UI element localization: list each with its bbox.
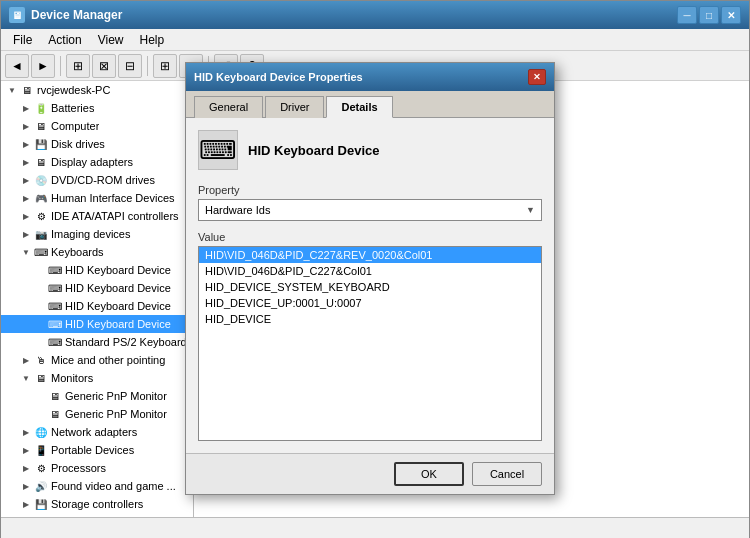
expand-mice[interactable]: ▶ bbox=[19, 353, 33, 367]
value-item-0[interactable]: HID\VID_046D&PID_C227&REV_0020&Col01 bbox=[199, 247, 541, 263]
value-item-3[interactable]: HID_DEVICE_UP:0001_U:0007 bbox=[199, 295, 541, 311]
hid-kbd-icon-1: ⌨ bbox=[47, 262, 63, 278]
tree-item-hid-kbd-3[interactable]: ⌨ HID Keyboard Device bbox=[1, 297, 193, 315]
tree-root[interactable]: ▼ 🖥 rvcjewdesk-PC bbox=[1, 81, 193, 99]
batteries-icon: 🔋 bbox=[33, 100, 49, 116]
dm-maximize-button[interactable]: □ bbox=[699, 6, 719, 24]
expand-pnp-2 bbox=[33, 407, 47, 421]
value-item-4[interactable]: HID_DEVICE bbox=[199, 311, 541, 327]
tree-item-portable[interactable]: ▶ 📱 Portable Devices bbox=[1, 441, 193, 459]
tree-item-pnp-1-label: Generic PnP Monitor bbox=[65, 390, 167, 402]
tree-item-storage-label: Storage controllers bbox=[51, 498, 143, 510]
forward-button[interactable]: ► bbox=[31, 54, 55, 78]
sound-icon: 🔊 bbox=[33, 478, 49, 494]
hid-properties-dialog: HID Keyboard Device Properties ✕ General… bbox=[185, 62, 555, 495]
expand-display[interactable]: ▶ bbox=[19, 155, 33, 169]
menu-view[interactable]: View bbox=[90, 31, 132, 49]
tab-driver[interactable]: Driver bbox=[265, 96, 324, 118]
tree-item-sound[interactable]: ▶ 🔊 Found video and game ... bbox=[1, 477, 193, 495]
dialog-body: ⌨ HID Keyboard Device Property Hardware … bbox=[186, 118, 554, 453]
expand-dvd[interactable]: ▶ bbox=[19, 173, 33, 187]
dropdown-arrow-icon: ▼ bbox=[526, 205, 535, 215]
expand-processors[interactable]: ▶ bbox=[19, 461, 33, 475]
device-name: HID Keyboard Device bbox=[248, 143, 380, 158]
device-tree[interactable]: ▼ 🖥 rvcjewdesk-PC ▶ 🔋 Batteries ▶ 🖥 Comp… bbox=[1, 81, 194, 517]
tree-root-label: rvcjewdesk-PC bbox=[37, 84, 110, 96]
expand-portable[interactable]: ▶ bbox=[19, 443, 33, 457]
tree-item-sound-label: Found video and game ... bbox=[51, 480, 176, 492]
property-dropdown[interactable]: Hardware Ids ▼ bbox=[198, 199, 542, 221]
expand-imaging[interactable]: ▶ bbox=[19, 227, 33, 241]
tree-item-hid-kbd-1-label: HID Keyboard Device bbox=[65, 264, 171, 276]
value-list[interactable]: HID\VID_046D&PID_C227&REV_0020&Col01 HID… bbox=[198, 246, 542, 441]
tree-item-pnp-2[interactable]: 🖥 Generic PnP Monitor bbox=[1, 405, 193, 423]
expand-monitors[interactable]: ▼ bbox=[19, 371, 33, 385]
expand-batteries[interactable]: ▶ bbox=[19, 101, 33, 115]
tree-item-computer[interactable]: ▶ 🖥 Computer bbox=[1, 117, 193, 135]
tree-item-monitors[interactable]: ▼ 🖥 Monitors bbox=[1, 369, 193, 387]
storage-icon: 💾 bbox=[33, 496, 49, 512]
tree-item-system[interactable]: ▶ ⚙ System devices bbox=[1, 513, 193, 517]
tree-item-ps2-kbd[interactable]: ⌨ Standard PS/2 Keyboard bbox=[1, 333, 193, 351]
tree-item-imaging[interactable]: ▶ 📷 Imaging devices bbox=[1, 225, 193, 243]
tree-item-hid-kbd-2[interactable]: ⌨ HID Keyboard Device bbox=[1, 279, 193, 297]
tree-item-display[interactable]: ▶ 🖥 Display adapters bbox=[1, 153, 193, 171]
tree-item-diskdrives-label: Disk drives bbox=[51, 138, 105, 150]
toolbar-btn-2[interactable]: ⊠ bbox=[92, 54, 116, 78]
toolbar-btn-4[interactable]: ⊞ bbox=[153, 54, 177, 78]
tree-item-storage[interactable]: ▶ 💾 Storage controllers bbox=[1, 495, 193, 513]
menu-help[interactable]: Help bbox=[132, 31, 173, 49]
expand-hid-kbd-1 bbox=[33, 263, 47, 277]
keyboard-icon: ⌨ bbox=[199, 135, 237, 166]
dm-titlebar-icon: 🖥 bbox=[9, 7, 25, 23]
expand-computer[interactable]: ▶ bbox=[19, 119, 33, 133]
tree-item-processors[interactable]: ▶ ⚙ Processors bbox=[1, 459, 193, 477]
tree-item-mice[interactable]: ▶ 🖱 Mice and other pointing bbox=[1, 351, 193, 369]
computer-node-icon: 🖥 bbox=[33, 118, 49, 134]
cancel-button[interactable]: Cancel bbox=[472, 462, 542, 486]
expand-keyboards[interactable]: ▼ bbox=[19, 245, 33, 259]
value-item-2[interactable]: HID_DEVICE_SYSTEM_KEYBOARD bbox=[199, 279, 541, 295]
tree-item-dvd[interactable]: ▶ 💿 DVD/CD-ROM drives bbox=[1, 171, 193, 189]
value-item-1[interactable]: HID\VID_046D&PID_C227&Col01 bbox=[199, 263, 541, 279]
dm-close-button[interactable]: ✕ bbox=[721, 6, 741, 24]
menu-file[interactable]: File bbox=[5, 31, 40, 49]
tree-item-hid-kbd-1[interactable]: ⌨ HID Keyboard Device bbox=[1, 261, 193, 279]
tree-item-hid-kbd-4[interactable]: ⌨ HID Keyboard Device bbox=[1, 315, 193, 333]
mice-icon: 🖱 bbox=[33, 352, 49, 368]
expand-hid-kbd-3 bbox=[33, 299, 47, 313]
tree-item-hid-kbd-4-label: HID Keyboard Device bbox=[65, 318, 171, 330]
expand-ide[interactable]: ▶ bbox=[19, 209, 33, 223]
expand-root[interactable]: ▼ bbox=[5, 83, 19, 97]
hid-dialog-titlebar: HID Keyboard Device Properties ✕ bbox=[186, 63, 554, 91]
expand-sound[interactable]: ▶ bbox=[19, 479, 33, 493]
tree-item-keyboards[interactable]: ▼ ⌨ Keyboards bbox=[1, 243, 193, 261]
tree-item-hid[interactable]: ▶ 🎮 Human Interface Devices bbox=[1, 189, 193, 207]
tree-item-imaging-label: Imaging devices bbox=[51, 228, 131, 240]
dm-minimize-button[interactable]: ─ bbox=[677, 6, 697, 24]
toolbar-btn-3[interactable]: ⊟ bbox=[118, 54, 142, 78]
back-button[interactable]: ◄ bbox=[5, 54, 29, 78]
menu-action[interactable]: Action bbox=[40, 31, 89, 49]
hid-dialog-close-button[interactable]: ✕ bbox=[528, 69, 546, 85]
tree-item-batteries[interactable]: ▶ 🔋 Batteries bbox=[1, 99, 193, 117]
desktop-background: 🖥 Device Manager ─ □ ✕ File Action View … bbox=[0, 0, 750, 538]
diskdrives-icon: 💾 bbox=[33, 136, 49, 152]
tree-item-pnp-1[interactable]: 🖥 Generic PnP Monitor bbox=[1, 387, 193, 405]
tree-item-processors-label: Processors bbox=[51, 462, 106, 474]
expand-system[interactable]: ▶ bbox=[19, 515, 33, 517]
tree-item-ide[interactable]: ▶ ⚙ IDE ATA/ATAPI controllers bbox=[1, 207, 193, 225]
expand-hid[interactable]: ▶ bbox=[19, 191, 33, 205]
toolbar-btn-1[interactable]: ⊞ bbox=[66, 54, 90, 78]
tab-details[interactable]: Details bbox=[326, 96, 392, 118]
tree-item-system-label: System devices bbox=[51, 516, 128, 517]
hid-kbd-icon-2: ⌨ bbox=[47, 280, 63, 296]
tree-item-network[interactable]: ▶ 🌐 Network adapters bbox=[1, 423, 193, 441]
expand-storage[interactable]: ▶ bbox=[19, 497, 33, 511]
tab-general[interactable]: General bbox=[194, 96, 263, 118]
pnp-icon-2: 🖥 bbox=[47, 406, 63, 422]
expand-network[interactable]: ▶ bbox=[19, 425, 33, 439]
ok-button[interactable]: OK bbox=[394, 462, 464, 486]
tree-item-diskdrives[interactable]: ▶ 💾 Disk drives bbox=[1, 135, 193, 153]
expand-diskdrives[interactable]: ▶ bbox=[19, 137, 33, 151]
